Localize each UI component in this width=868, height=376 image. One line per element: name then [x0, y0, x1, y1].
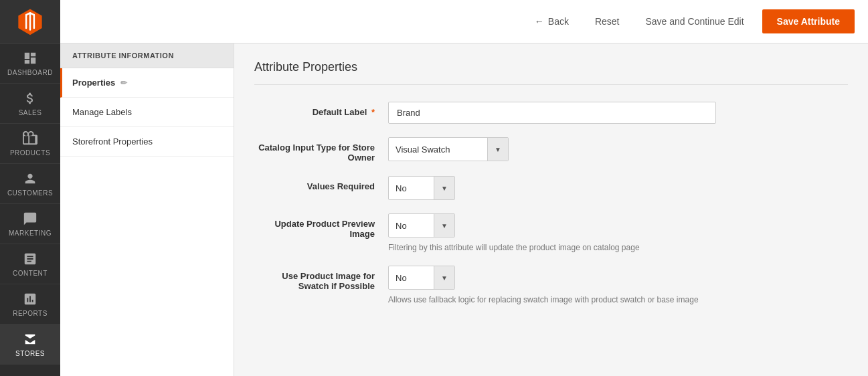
section-title: Attribute Properties [254, 60, 848, 74]
catalog-input-type-select-wrap: Visual Swatch Text Swatch Dropdown Text … [388, 137, 509, 161]
content-area: ATTRIBUTE INFORMATION Properties ✏ Manag… [60, 43, 868, 376]
sidebar-item-stores[interactable]: STORES [0, 324, 60, 365]
default-label-input[interactable] [388, 102, 716, 124]
dashboard-icon [22, 50, 38, 66]
sidebar-item-sales[interactable]: SALES [0, 84, 60, 124]
sidebar-item-marketing[interactable]: MARKETING [0, 204, 60, 244]
use-product-image-select-wrap: No Yes ▼ [388, 266, 455, 290]
sidebar-item-label: DASHBOARD [7, 69, 53, 76]
required-indicator: * [371, 107, 375, 117]
main-content: ← Back Reset Save and Continue Edit Save… [60, 0, 868, 376]
values-required-select[interactable]: No Yes [389, 178, 434, 199]
sidebar: DASHBOARD SALES PRODUCTS CUSTOMERS MARKE… [0, 0, 60, 376]
form-row-use-product-image: Use Product Image for Swatch if Possible… [254, 266, 848, 304]
nav-item-manage-labels[interactable]: Manage Labels [60, 98, 234, 127]
back-label: Back [548, 16, 569, 27]
sidebar-item-label: PRODUCTS [10, 149, 50, 157]
control-wrap-catalog-input-type: Visual Swatch Text Swatch Dropdown Text … [388, 137, 848, 161]
sidebar-item-label: STORES [15, 350, 45, 357]
control-wrap-default-label [388, 102, 848, 124]
label-values-required: Values Required [254, 176, 388, 191]
back-arrow-icon: ← [535, 16, 544, 27]
logo-area [0, 0, 60, 43]
save-continue-label: Save and Continue Edit [646, 16, 744, 27]
section-divider [254, 84, 848, 85]
sidebar-item-customers[interactable]: CUSTOMERS [0, 164, 60, 204]
update-product-preview-select-wrap: No Yes ▼ [388, 213, 455, 238]
sales-icon [22, 90, 38, 106]
nav-item-label: Manage Labels [72, 107, 132, 117]
form-row-values-required: Values Required No Yes ▼ [254, 176, 848, 200]
catalog-input-type-arrow: ▼ [487, 138, 508, 161]
label-catalog-input-type: Catalog Input Type for Store Owner [254, 137, 388, 163]
sidebar-item-label: CUSTOMERS [7, 189, 53, 197]
sidebar-item-label: CONTENT [13, 270, 48, 277]
use-product-image-select[interactable]: No Yes [389, 268, 434, 288]
sidebar-item-dashboard[interactable]: DASHBOARD [0, 43, 60, 84]
control-wrap-use-product-image: No Yes ▼ Allows use fallback logic for r… [388, 266, 848, 304]
left-panel-title: ATTRIBUTE INFORMATION [60, 43, 234, 68]
update-product-preview-select[interactable]: No Yes [389, 215, 434, 236]
magento-logo [16, 7, 44, 35]
save-label: Save Attribute [777, 16, 840, 27]
control-wrap-update-product-preview: No Yes ▼ Filtering by this attribute wil… [388, 213, 848, 252]
use-product-image-arrow: ▼ [434, 266, 454, 289]
catalog-input-type-select[interactable]: Visual Swatch Text Swatch Dropdown Text … [389, 139, 487, 160]
sidebar-item-content[interactable]: CONTENT [0, 244, 60, 284]
values-required-select-wrap: No Yes ▼ [388, 176, 455, 200]
topbar: ← Back Reset Save and Continue Edit Save… [60, 0, 868, 43]
nav-item-properties[interactable]: Properties ✏ [60, 68, 234, 98]
left-panel: ATTRIBUTE INFORMATION Properties ✏ Manag… [60, 43, 234, 376]
save-continue-button[interactable]: Save and Continue Edit [638, 11, 752, 32]
reports-icon [22, 291, 38, 307]
form-row-default-label: Default Label * [254, 102, 848, 124]
update-product-preview-hint: Filtering by this attribute will update … [388, 243, 716, 252]
edit-icon: ✏ [120, 78, 127, 88]
content-icon [22, 251, 38, 267]
values-required-arrow: ▼ [434, 177, 454, 199]
sidebar-item-products[interactable]: PRODUCTS [0, 124, 60, 164]
customers-icon [22, 171, 38, 187]
form-row-update-product-preview: Update Product Preview Image No Yes ▼ Fi… [254, 213, 848, 252]
use-product-image-hint: Allows use fallback logic for replacing … [388, 295, 716, 304]
form-row-catalog-input-type: Catalog Input Type for Store Owner Visua… [254, 137, 848, 163]
sidebar-item-label: MARKETING [9, 229, 52, 237]
save-attribute-button[interactable]: Save Attribute [762, 9, 855, 33]
nav-item-storefront-properties[interactable]: Storefront Properties [60, 127, 234, 157]
reset-label: Reset [595, 16, 620, 27]
sidebar-item-label: SALES [19, 109, 42, 116]
label-default-label: Default Label * [254, 102, 388, 117]
update-product-preview-arrow: ▼ [434, 214, 454, 237]
products-icon [22, 130, 38, 147]
sidebar-item-reports[interactable]: REPORTS [0, 284, 60, 324]
right-panel: Attribute Properties Default Label * Cat… [234, 43, 868, 376]
sidebar-item-label: REPORTS [13, 310, 48, 317]
back-button[interactable]: ← Back [527, 11, 577, 32]
stores-icon [22, 331, 38, 347]
nav-item-label: Storefront Properties [72, 136, 153, 147]
marketing-icon [22, 211, 38, 227]
label-use-product-image: Use Product Image for Swatch if Possible [254, 266, 388, 291]
reset-button[interactable]: Reset [587, 11, 628, 32]
label-update-product-preview: Update Product Preview Image [254, 213, 388, 239]
nav-item-label: Properties [72, 78, 115, 88]
control-wrap-values-required: No Yes ▼ [388, 176, 848, 200]
